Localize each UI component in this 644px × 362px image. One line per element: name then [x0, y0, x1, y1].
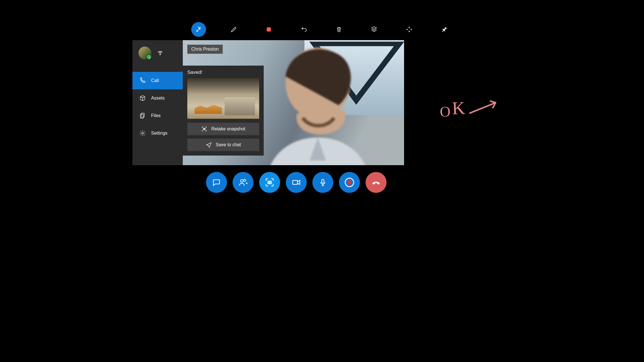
- pin-button[interactable]: [437, 22, 452, 37]
- svg-point-2: [160, 54, 160, 55]
- svg-point-11: [244, 179, 246, 181]
- save-label: Save to chat: [216, 142, 241, 147]
- snapshot-thumbnail[interactable]: [187, 78, 259, 119]
- handwritten-annotation: OK: [439, 96, 500, 119]
- avatar[interactable]: ✓: [138, 46, 152, 60]
- svg-point-13: [269, 182, 270, 183]
- sidebar-item-call[interactable]: Call: [132, 72, 183, 89]
- record-button[interactable]: [339, 172, 360, 193]
- record-icon: [344, 177, 355, 188]
- box-icon: [139, 95, 146, 102]
- svg-rect-3: [141, 113, 144, 117]
- collapse-icon: [195, 26, 202, 33]
- stop-icon: [265, 26, 272, 33]
- svg-point-17: [347, 180, 352, 185]
- sidebar-item-settings[interactable]: Settings: [132, 124, 183, 142]
- retake-label: Retake snapshot: [211, 126, 245, 132]
- participant-name-pill: Chris Preston: [187, 45, 223, 54]
- gear-icon: [139, 130, 146, 137]
- phone-icon: [139, 77, 146, 84]
- retake-snapshot-button[interactable]: Retake snapshot: [187, 123, 259, 135]
- sidebar-nav: Call Assets Files: [132, 72, 183, 146]
- mic-icon: [319, 178, 327, 187]
- add-person-icon: [238, 178, 248, 187]
- popover-title: Saved!: [187, 70, 259, 75]
- sidebar-item-assets[interactable]: Assets: [132, 89, 183, 107]
- participant-name: Chris Preston: [191, 47, 219, 51]
- expand-icon: [406, 26, 413, 33]
- annotation-text-o: O: [439, 103, 451, 120]
- annotation-text-k: K: [452, 98, 465, 119]
- snapshot-button[interactable]: [259, 172, 280, 193]
- sidebar-item-files[interactable]: Files: [132, 107, 183, 124]
- stop-record-button[interactable]: [261, 22, 276, 37]
- video-call-window: ✓ Call Assets: [132, 40, 404, 165]
- sidebar-item-label: Assets: [151, 96, 165, 101]
- undo-icon: [300, 26, 308, 33]
- snapshot-popover: Saved! Retake snapshot Save to chat: [183, 66, 264, 156]
- mic-toggle-button[interactable]: [312, 172, 333, 193]
- trash-icon: [336, 26, 342, 33]
- video-icon: [291, 178, 301, 187]
- pin-icon: [441, 26, 448, 33]
- hangup-icon: [371, 177, 381, 188]
- svg-point-10: [241, 180, 243, 182]
- svg-rect-1: [267, 27, 271, 31]
- arrow-icon: [468, 97, 500, 118]
- pen-button[interactable]: [226, 22, 241, 37]
- sidebar: ✓ Call Assets: [132, 40, 183, 165]
- wifi-icon: [157, 49, 164, 56]
- sidebar-item-label: Files: [151, 113, 161, 118]
- camera-snapshot-icon: [201, 126, 207, 132]
- svg-point-0: [197, 30, 198, 32]
- video-toggle-button[interactable]: [286, 172, 307, 193]
- svg-point-5: [142, 132, 143, 134]
- layers-button[interactable]: [367, 22, 381, 37]
- add-participant-button[interactable]: [233, 172, 254, 193]
- sidebar-header: ✓: [132, 40, 183, 66]
- chat-button[interactable]: [206, 172, 227, 193]
- svg-rect-4: [140, 114, 143, 118]
- svg-point-9: [204, 129, 205, 130]
- send-icon: [206, 142, 212, 148]
- pen-icon: [230, 26, 237, 33]
- chat-icon: [212, 178, 221, 187]
- annotation-toolbar: [191, 22, 452, 37]
- minimize-button[interactable]: [191, 22, 206, 37]
- save-to-chat-button[interactable]: Save to chat: [187, 139, 259, 151]
- camera-frame-icon: [265, 178, 274, 187]
- layers-icon: [370, 26, 378, 33]
- participant-silhouette: [247, 40, 388, 165]
- delete-button[interactable]: [332, 22, 346, 37]
- svg-rect-14: [293, 180, 297, 184]
- svg-rect-15: [322, 179, 324, 183]
- call-controls: [206, 172, 387, 193]
- expand-button[interactable]: [402, 22, 417, 37]
- hangup-button[interactable]: [366, 172, 387, 193]
- undo-button[interactable]: [297, 22, 311, 37]
- sidebar-item-label: Call: [151, 78, 159, 83]
- files-icon: [139, 112, 146, 119]
- sidebar-item-label: Settings: [151, 131, 168, 136]
